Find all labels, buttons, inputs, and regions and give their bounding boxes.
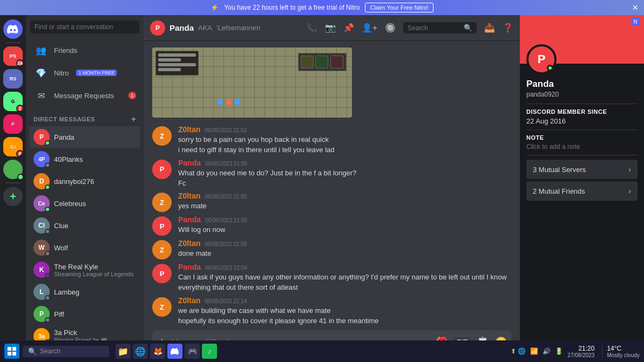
nitro-banner-text: You have 22 hours left to get a free tri… (224, 4, 360, 11)
add-friend-icon[interactable]: 👤+ (362, 23, 377, 33)
msg-timestamp-4: 06/05/2023 21:55 (205, 217, 247, 223)
clock-date: 21:20 27/08/2023 (567, 345, 594, 358)
sidebar-item-message-requests[interactable]: ✉ Message Requests 1 (29, 84, 140, 107)
msg-author-panda-2[interactable]: Panda (178, 159, 201, 167)
chat-header-aka-label: AKA (198, 24, 212, 32)
dm-user-40planks[interactable]: 4P 40Planks (29, 148, 140, 170)
help-icon[interactable]: ❓ (503, 23, 513, 33)
profile-body: Panda panda0920 DISCORD MEMBER SINCE 22 … (520, 64, 644, 209)
profile-display-name: Panda (526, 79, 638, 90)
msg-author-panda-4[interactable]: Panda (178, 215, 201, 224)
msg-content-7: Z0ltan 06/05/2023 22:14 we are building … (178, 296, 511, 326)
dm-avatar-realkyle: K (33, 262, 50, 278)
game-screenshot (152, 47, 352, 118)
taskbar-spotify[interactable]: ♪ (202, 344, 217, 359)
dm-user-panda-name: Panda (54, 133, 136, 141)
inbox-icon[interactable]: 📥 (484, 23, 495, 33)
msg-author-zoltan-5[interactable]: Z0ltan (178, 239, 200, 248)
server-icon-4[interactable]: P (3, 114, 23, 134)
profile-banner: P N (520, 15, 644, 64)
msg-author-zoltan-7[interactable]: Z0ltan (178, 296, 200, 305)
dm-avatar-panda: P (33, 129, 50, 145)
server-icon-3[interactable]: G 2 (3, 92, 23, 111)
taskbar-search-box[interactable]: 🔍 Search (23, 346, 109, 357)
mutual-servers-chevron: › (628, 165, 631, 174)
dm-avatar-lambeg: L (33, 284, 50, 300)
dm-sidebar: 👥 Friends 💎 Nitro 1 MONTH FREE ✉ Message… (26, 15, 144, 362)
message-group-7: Z Z0ltan 06/05/2023 22:14 we are buildin… (144, 295, 520, 327)
message-requests-badge: 1 (128, 92, 136, 99)
dm-search-input[interactable] (30, 21, 139, 33)
search-icon: 🔍 (464, 24, 472, 32)
celebreus-status-dot (45, 207, 50, 212)
taskbar-firefox[interactable]: 🦊 (150, 344, 165, 359)
dm-user-lambeg-name: Lambeg (54, 288, 136, 296)
dm-user-wolf[interactable]: W Wolf (29, 237, 140, 258)
profile-icon[interactable]: 🔘 (385, 23, 396, 33)
msg-timestamp-6: 06/05/2023 22:04 (205, 265, 247, 271)
taskbar-discord[interactable] (167, 344, 182, 359)
wolf-status-dot (45, 251, 50, 256)
add-server-button[interactable]: + (3, 187, 23, 206)
dm-user-dannyboi[interactable]: D dannyboi276 (29, 170, 140, 192)
dm-user-panda[interactable]: P Panda (29, 126, 140, 148)
dm-user-realkyle[interactable]: K The Real Kyle Streaming League of Lege… (29, 259, 140, 281)
dm-user-lambeg[interactable]: L Lambeg (29, 281, 140, 303)
video-icon[interactable]: 📷 (325, 23, 336, 33)
dm-avatar-40planks: 4P (33, 151, 50, 167)
sidebar-item-nitro[interactable]: 💎 Nitro 1 MONTH FREE (29, 62, 140, 84)
svg-rect-1 (12, 347, 16, 351)
mutual-friends-item[interactable]: 2 Mutual Friends › (526, 181, 638, 201)
close-banner-button[interactable]: ✕ (632, 3, 639, 12)
msg-timestamp-2: 06/05/2023 21:55 (205, 161, 247, 167)
sidebar-item-friends[interactable]: 👥 Friends (29, 39, 140, 62)
message-group-3: Z Z0ltan 06/05/2023 21:55 yes mate (144, 190, 520, 213)
dm-user-realkyle-name: The Real Kyle (54, 263, 136, 271)
msg-avatar-zoltan-7: Z (152, 297, 172, 317)
panda-status-dot (45, 140, 50, 146)
chat-search-input[interactable] (408, 24, 462, 32)
msg-content-2: Panda 06/05/2023 21:55 What do you need … (178, 159, 511, 189)
message-requests-icon: ✉ (33, 88, 49, 103)
profile-note[interactable]: Click to add a note (526, 143, 638, 151)
taskbar-game[interactable]: 🎮 (185, 344, 200, 359)
clock-date-value: 27/08/2023 (567, 352, 594, 358)
chat-search-box: 🔍 (403, 22, 477, 33)
server-icon-5[interactable]: SJ 8 (3, 137, 23, 156)
msg-timestamp-1: 06/05/2023 21:53 (205, 127, 247, 133)
taskbar-chrome[interactable]: 🌐 (133, 344, 148, 359)
mutual-friends-label: 2 Mutual Friends (533, 187, 585, 195)
dm-avatar-piff: P (33, 306, 50, 322)
dm-user-clue[interactable]: Cl Clue (29, 215, 140, 236)
dm-user-dannyboi-info: dannyboi276 (54, 177, 136, 186)
msg-author-zoltan-1[interactable]: Z0ltan (178, 125, 200, 134)
system-tray: ⬆ 🌐 📶 🔊 🔋 21:20 27/08/2023 (511, 345, 594, 358)
add-dm-button[interactable]: + (131, 114, 136, 124)
dm-user-piff[interactable]: P Piff (29, 303, 140, 325)
server-icon-6[interactable] (3, 160, 23, 179)
clock-time: 21:20 (567, 345, 594, 352)
weather-desc: Mostly cloudy (607, 352, 640, 358)
battery-icon: 🔋 (555, 347, 563, 355)
server-divider-2 (5, 182, 21, 183)
dm-avatar-clue: Cl (33, 217, 50, 234)
phone-icon[interactable]: 📞 (307, 23, 317, 33)
friends-label: Friends (54, 46, 77, 54)
start-button[interactable] (4, 344, 19, 359)
profile-divider-2 (526, 129, 638, 130)
dm-user-wolf-name: Wolf (54, 244, 136, 252)
msg-author-panda-6[interactable]: Panda (178, 263, 201, 271)
dm-user-celebreus[interactable]: Ce Celebreus (29, 193, 140, 214)
chat-header-avatar: P (150, 21, 165, 36)
taskbar-file-explorer[interactable]: 📁 (116, 344, 131, 359)
server-icon-1[interactable]: PS 24 (3, 46, 23, 66)
discord-home-button[interactable] (3, 19, 23, 39)
claim-nitro-button[interactable]: Claim Your Free Nitro! (365, 3, 433, 12)
msg-author-zoltan-3[interactable]: Z0ltan (178, 192, 200, 200)
mutual-servers-item[interactable]: 3 Mutual Servers › (526, 160, 638, 179)
pin-icon[interactable]: 📌 (343, 23, 354, 33)
chat-header-name: Panda (170, 23, 194, 32)
game-image-message (144, 45, 520, 120)
server-icon-2[interactable]: RS (3, 69, 23, 88)
msg-content-3: Z0ltan 06/05/2023 21:55 yes mate (178, 192, 511, 212)
